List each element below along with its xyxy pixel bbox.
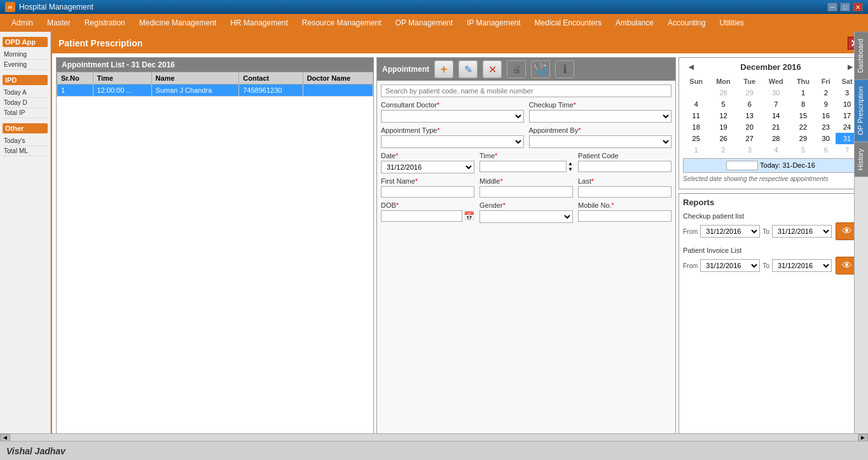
menu-registration[interactable]: Registration	[78, 17, 132, 29]
consultant-doctor-select[interactable]	[381, 110, 524, 123]
menu-op-management[interactable]: OP Management	[389, 17, 460, 29]
calendar-icon[interactable]: 📅	[464, 211, 474, 221]
cal-day[interactable]: 30	[816, 133, 836, 144]
prescription-title: Patient Prescription	[59, 38, 142, 48]
invoice-from-select[interactable]: 31/12/2016	[700, 259, 760, 272]
appointment-type-select[interactable]	[381, 135, 524, 148]
calendar-note: Selected date showing the respective app…	[683, 173, 858, 185]
cal-day[interactable]: 4	[683, 98, 709, 110]
horizontal-scrollbar[interactable]: ◄ ►	[0, 433, 868, 441]
today-input[interactable]	[726, 161, 758, 170]
window-controls[interactable]: ─ □ ✕	[827, 3, 863, 11]
cal-day[interactable]: 23	[816, 121, 836, 133]
cal-day[interactable]: 2	[709, 144, 737, 156]
cal-day[interactable]: 1	[683, 144, 709, 156]
mobile-input[interactable]: 7458961230	[578, 210, 672, 222]
scroll-left-button[interactable]: ◄	[0, 434, 10, 442]
cal-day[interactable]: 11	[683, 110, 709, 121]
appointment-type-label: Appointment Type*	[381, 126, 524, 134]
cal-day[interactable]: 19	[709, 121, 737, 133]
date-select[interactable]: 31/12/2016	[381, 161, 474, 173]
cal-day[interactable]: 13	[738, 110, 762, 121]
cal-day[interactable]: 28	[709, 87, 737, 98]
cal-day[interactable]: 25	[683, 133, 709, 144]
cal-day[interactable]: 2	[816, 87, 836, 98]
time-up-arrow[interactable]: ▲	[568, 161, 573, 166]
delete-appointment-button[interactable]: ✕	[483, 60, 502, 78]
close-button[interactable]: ✕	[853, 3, 863, 11]
maximize-button[interactable]: □	[840, 3, 850, 11]
cal-day[interactable]: 6	[738, 98, 762, 110]
menu-resource-management[interactable]: Resource Management	[296, 17, 388, 29]
scroll-right-button[interactable]: ►	[858, 434, 868, 442]
cal-day[interactable]: 21	[762, 121, 790, 133]
menu-ambulance[interactable]: Ambulance	[609, 17, 660, 29]
checkup-from-select[interactable]: 31/12/2016	[700, 225, 760, 238]
menu-master[interactable]: Master	[41, 17, 77, 29]
print-button[interactable]: 🖨	[507, 60, 526, 78]
cal-day[interactable]: 18	[683, 121, 709, 133]
cal-day[interactable]: 12	[709, 110, 737, 121]
cal-day[interactable]: 27	[738, 133, 762, 144]
sidebar-opd-evening[interactable]: Evening	[3, 60, 48, 70]
cal-day[interactable]: 9	[816, 98, 836, 110]
add-appointment-button[interactable]: +	[434, 60, 453, 78]
cal-day[interactable]: 29	[738, 87, 762, 98]
minimize-button[interactable]: ─	[827, 3, 837, 11]
tab-history[interactable]: History	[855, 142, 868, 177]
menu-ip-management[interactable]: IP Management	[460, 17, 527, 29]
menu-admin[interactable]: Admin	[5, 17, 39, 29]
menu-utilities[interactable]: Utilities	[713, 17, 750, 29]
cal-day[interactable]: 3	[738, 144, 762, 156]
cal-day[interactable]: 26	[709, 133, 737, 144]
sidebar-other-total-ml[interactable]: Total ML	[3, 146, 48, 156]
sidebar-other-today[interactable]: Today's	[3, 136, 48, 146]
cal-day[interactable]: 29	[790, 133, 816, 144]
edit-appointment-button[interactable]: ✎	[458, 60, 478, 78]
menu-medicine-management[interactable]: Medicine Management	[133, 17, 223, 29]
cal-day[interactable]: 16	[816, 110, 836, 121]
menu-accounting[interactable]: Accounting	[661, 17, 712, 29]
cal-day[interactable]: 8	[790, 98, 816, 110]
cal-day[interactable]: 4	[762, 144, 790, 156]
cal-day[interactable]: 22	[790, 121, 816, 133]
last-name-input[interactable]	[578, 186, 672, 198]
checkup-time-select[interactable]	[529, 110, 672, 123]
gender-select[interactable]	[479, 210, 573, 223]
time-input[interactable]: 12:00:00 AM	[479, 161, 567, 172]
scroll-track[interactable]	[10, 434, 858, 441]
tab-op-prescription[interactable]: OP Prescription	[855, 79, 868, 142]
cal-day[interactable]: 1	[790, 87, 816, 98]
dob-input[interactable]: 31/12/2016	[381, 210, 462, 222]
cal-day[interactable]: 5	[709, 98, 737, 110]
cal-day[interactable]: 20	[738, 121, 762, 133]
cal-day[interactable]: 7	[762, 98, 790, 110]
info-button[interactable]: ℹ	[555, 60, 574, 78]
cal-day[interactable]: 28	[762, 133, 790, 144]
appointment-by-select[interactable]	[529, 135, 672, 148]
middle-name-input[interactable]	[479, 186, 573, 198]
checkup-to-select[interactable]: 31/12/2016	[772, 225, 832, 238]
patient-search-input[interactable]	[381, 85, 672, 97]
patient-code-input[interactable]: 2SNJC11051992	[578, 161, 672, 172]
menu-medical-encounters[interactable]: Medical Encounters	[528, 17, 608, 29]
menu-hr-management[interactable]: HR Management	[224, 17, 294, 29]
sidebar-opd-morning[interactable]: Morning	[3, 50, 48, 60]
cal-day[interactable]: 14	[762, 110, 790, 121]
doctor-button[interactable]: 🩺	[531, 60, 550, 78]
cal-day[interactable]: 15	[790, 110, 816, 121]
sidebar-ipd-total[interactable]: Total IP	[3, 108, 48, 118]
cal-day[interactable]: 5	[790, 144, 816, 156]
cal-day[interactable]	[683, 87, 709, 98]
sidebar-ipd-today-d[interactable]: Today D	[3, 98, 48, 108]
invoice-to-select[interactable]: 31/12/2016	[772, 259, 832, 272]
time-down-arrow[interactable]: ▼	[568, 166, 573, 172]
cal-day[interactable]: 30	[762, 87, 790, 98]
first-name-input[interactable]	[381, 186, 474, 198]
cal-day[interactable]: 6	[816, 144, 836, 156]
calendar-prev-button[interactable]: ◄	[683, 62, 699, 72]
tab-dashboard[interactable]: Dashboard	[855, 32, 868, 79]
cal-week-2: 4 5 6 7 8 9 10	[683, 98, 858, 110]
sidebar-ipd-today-a[interactable]: Today A	[3, 88, 48, 98]
table-row[interactable]: 1 12:00:00 ... Suman J Chandra 745896123…	[57, 85, 373, 97]
